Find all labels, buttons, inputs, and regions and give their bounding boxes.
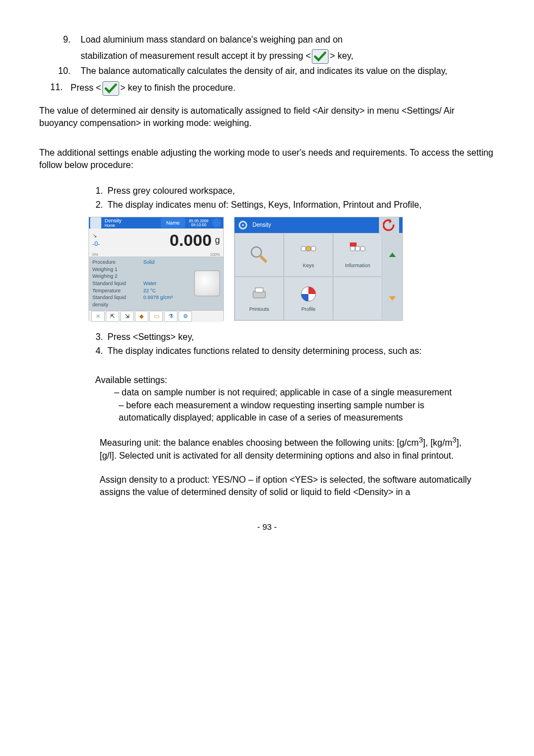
cell-label: Printouts bbox=[249, 306, 269, 313]
cell-label: Information bbox=[345, 262, 370, 269]
svg-rect-5 bbox=[311, 246, 316, 251]
svg-rect-11 bbox=[255, 288, 263, 292]
info-label: Standard liquid bbox=[92, 280, 143, 287]
empty-cell bbox=[333, 277, 382, 320]
substep-text: Press <Settings> key, bbox=[107, 331, 495, 343]
svg-rect-6 bbox=[350, 246, 355, 251]
hand-icon bbox=[194, 270, 220, 296]
paragraph: The additional settings enable adjusting… bbox=[39, 147, 495, 172]
screen-title: Density bbox=[252, 221, 271, 229]
target-icon[interactable] bbox=[212, 218, 221, 227]
toolbar-button[interactable]: ⚗ bbox=[164, 311, 177, 322]
toolbar-button[interactable]: ⇲ bbox=[120, 311, 134, 322]
paragraph: The value of determined air density is a… bbox=[39, 105, 495, 130]
date-label: 05.05.2009 bbox=[186, 219, 211, 223]
page-number: - 93 - bbox=[39, 521, 495, 533]
cell-label: Profile bbox=[301, 306, 316, 313]
toolbar-button[interactable]: ✕ bbox=[91, 311, 105, 322]
toolbar-button[interactable]: ⚙ bbox=[179, 311, 192, 322]
zero-percent: 0% bbox=[92, 252, 98, 256]
step-text: Press <> key to finish the procedure. bbox=[71, 81, 495, 96]
checkmark-icon bbox=[312, 49, 329, 64]
settings-cell[interactable] bbox=[235, 233, 284, 277]
info-label: Procedure bbox=[92, 259, 143, 266]
scroll-down-button[interactable] bbox=[382, 277, 402, 320]
balance-screen: Density Home Name 05.05.2009 09:10:00 ↘ … bbox=[88, 217, 224, 321]
info-value: Water bbox=[143, 280, 194, 287]
step-number: 9. bbox=[39, 34, 81, 46]
settings-screen: Density Keys Information Printouts bbox=[234, 217, 403, 321]
substep-text: The display indicates functions related … bbox=[107, 345, 495, 357]
svg-rect-3 bbox=[301, 246, 306, 251]
svg-rect-4 bbox=[306, 246, 311, 251]
info-label: Temperature bbox=[92, 287, 143, 295]
step-number: 11. bbox=[39, 81, 71, 96]
screenshots-row: Density Home Name 05.05.2009 09:10:00 ↘ … bbox=[88, 217, 495, 321]
screen-title: Density bbox=[105, 218, 161, 223]
step-text: Load aluminium mass standard on balance'… bbox=[81, 34, 495, 46]
hand-gear-icon bbox=[250, 245, 269, 264]
assign-density-paragraph: Assign density to a product: YES/NO – if… bbox=[100, 474, 472, 499]
profile-icon bbox=[299, 284, 318, 304]
info-value: 22 °C bbox=[143, 287, 194, 295]
screen-subtitle: Home bbox=[105, 223, 161, 227]
information-cell[interactable]: Information bbox=[333, 233, 382, 277]
svg-rect-8 bbox=[360, 246, 365, 251]
option-yes-text: – before each measurement a window reque… bbox=[119, 400, 424, 422]
time-label: 09:10:00 bbox=[186, 223, 211, 227]
info-icon bbox=[348, 241, 367, 260]
info-value: Solid bbox=[143, 259, 194, 266]
measuring-unit-paragraph: Measuring unit: the balance enables choo… bbox=[100, 435, 472, 462]
option-no-text: – data on sample number is not required;… bbox=[114, 388, 452, 397]
substep-number: 1. bbox=[88, 185, 107, 197]
step-text: stabilization of measurement result acce… bbox=[81, 49, 495, 64]
keys-cell[interactable]: Keys bbox=[284, 233, 333, 277]
substep-text: The display indicates menu of: Settings,… bbox=[107, 199, 495, 211]
toolbar-button[interactable]: ▭ bbox=[149, 311, 163, 322]
available-heading: Available settings: bbox=[95, 374, 472, 386]
info-label: Weighing 1 bbox=[92, 266, 143, 273]
toolbar-button[interactable]: ⇱ bbox=[106, 311, 119, 322]
keys-icon bbox=[299, 241, 318, 260]
scroll-up-button[interactable] bbox=[382, 233, 402, 277]
svg-point-1 bbox=[242, 224, 244, 226]
step-text: The balance automatically calculates the… bbox=[81, 65, 495, 77]
hundred-percent: 100% bbox=[210, 252, 220, 256]
printer-icon bbox=[250, 284, 269, 304]
zero-indicator: -0- bbox=[92, 240, 100, 248]
svg-rect-9 bbox=[350, 242, 357, 246]
home-icon[interactable] bbox=[90, 217, 101, 228]
info-label: Weighing 2 bbox=[92, 273, 143, 280]
info-label: Standard liquid density bbox=[92, 294, 143, 308]
profile-cell[interactable]: Profile bbox=[284, 277, 333, 320]
back-button[interactable] bbox=[379, 217, 399, 233]
weight-reading: 0.000 bbox=[170, 228, 212, 252]
step-number: 10. bbox=[39, 65, 81, 77]
name-button[interactable]: Name bbox=[161, 218, 185, 228]
substep-text: Press grey coloured workspace, bbox=[107, 185, 495, 197]
info-value: 0.9978 g/cm³ bbox=[143, 294, 194, 301]
substep-number: 4. bbox=[88, 345, 107, 357]
substep-number: 2. bbox=[88, 199, 107, 211]
weight-unit: g bbox=[215, 234, 220, 246]
substep-number: 3. bbox=[88, 331, 107, 343]
checkmark-icon bbox=[102, 81, 119, 96]
svg-rect-7 bbox=[355, 246, 360, 251]
gear-icon bbox=[238, 220, 248, 230]
toolbar-button[interactable]: ◆ bbox=[135, 311, 148, 322]
cell-label: Keys bbox=[303, 262, 314, 269]
printouts-cell[interactable]: Printouts bbox=[235, 277, 284, 320]
